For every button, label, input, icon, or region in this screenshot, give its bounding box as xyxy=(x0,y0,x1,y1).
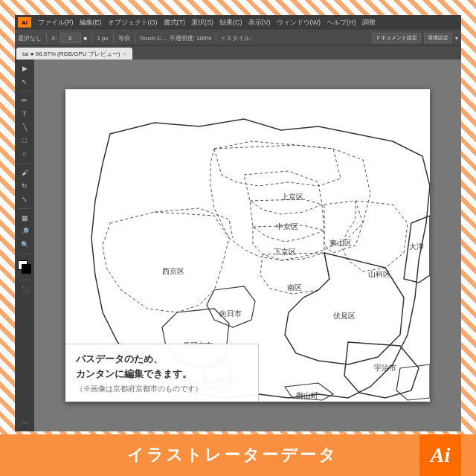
menu-view[interactable]: 表示(V) xyxy=(246,18,273,28)
background-color xyxy=(22,264,31,274)
gradient-tool[interactable]: ▦ xyxy=(18,212,31,224)
editor-area: ▶ ↖ ✏ T ╲ □ ○ 🖌 ↻ ⤡ ▦ 🔎 🔍 ⬛ ··· xyxy=(15,60,461,431)
svg-text:御山町: 御山町 xyxy=(296,391,318,399)
toolbar-divider-3 xyxy=(113,33,114,43)
toolbar-divider-5 xyxy=(216,33,216,43)
main-application-area: Ai ファイル(F) 編集(E) オブジェクト(O) 書式(T) 選択(S) 効… xyxy=(15,15,461,431)
menu-object[interactable]: オブジェクト(O) xyxy=(106,18,160,28)
direct-selection-tool[interactable]: ↖ xyxy=(18,76,31,88)
stroke-label: 1 px xyxy=(97,35,108,42)
tool-separator-5 xyxy=(19,280,30,280)
menu-window[interactable]: ウィンドウ(W) xyxy=(274,18,324,28)
document-tab[interactable]: tai ● 66.67% (RGB/GPU プレビュー) × xyxy=(16,48,132,60)
menu-help[interactable]: ヘルプ(H) xyxy=(324,18,358,28)
eyedropper-tool[interactable]: 🔎 xyxy=(18,225,31,237)
menu-extra[interactable]: 調整 xyxy=(360,18,378,28)
info-sub-text: （※画像は京都府京都市のものです） xyxy=(76,384,248,394)
svg-text:大津: 大津 xyxy=(409,242,424,251)
svg-text:下京区: 下京区 xyxy=(274,248,296,256)
info-main-text: パスデータのため、 カンタンに編集できます。 xyxy=(76,352,248,381)
svg-text:宇治市: 宇治市 xyxy=(374,364,396,372)
menu-effect[interactable]: 効果(C) xyxy=(217,18,245,28)
artboard: 上京区 中京区 下京区 東山区 山科区 西京区 南区 向日市 伏見区 長岡京市 … xyxy=(65,89,430,402)
svg-text:中京区: 中京区 xyxy=(276,222,298,231)
line-tool[interactable]: ╲ xyxy=(18,121,31,133)
brush-tool[interactable]: 🖌 xyxy=(18,167,31,178)
toolbar-divider-2 xyxy=(91,33,92,43)
svg-text:東山区: 東山区 xyxy=(329,239,352,247)
menu-bar: Ai ファイル(F) 編集(E) オブジェクト(O) 書式(T) 選択(S) 効… xyxy=(15,15,461,30)
tool-separator-3 xyxy=(19,208,30,209)
toolbar-divider-4 xyxy=(135,33,135,43)
scale-tool[interactable]: ⤡ xyxy=(18,193,31,205)
tab-filename: tai ● 66.67% (RGB/GPU プレビュー) xyxy=(22,50,120,58)
svg-text:伏見区: 伏見区 xyxy=(333,312,356,320)
svg-text:南区: 南区 xyxy=(287,283,302,292)
menu-select[interactable]: 選択(S) xyxy=(189,18,216,28)
menu-type[interactable]: 書式(T) xyxy=(161,18,188,28)
app-logo-small: Ai xyxy=(18,17,31,28)
info-box: パスデータのため、 カンタンに編集できます。 （※画像は京都府京都市のものです） xyxy=(65,344,259,402)
rotate-tool[interactable]: ↻ xyxy=(18,180,31,192)
menu-file[interactable]: ファイル(F) xyxy=(36,18,76,28)
pen-tool[interactable]: ✏ xyxy=(18,94,31,106)
rect-tool[interactable]: □ xyxy=(18,135,31,147)
style-label: > スタイル: xyxy=(221,34,251,42)
ai-logo-text: Ai xyxy=(431,443,450,467)
svg-text:上京区: 上京区 xyxy=(281,193,303,201)
selection-tool[interactable]: ▶ xyxy=(18,62,31,74)
selection-label: 選択なし xyxy=(18,34,42,42)
doc-settings-button[interactable]: ドキュメント設定 xyxy=(372,33,421,43)
x-label: X: xyxy=(51,35,57,42)
zoom-tool[interactable]: 🔍 xyxy=(18,239,31,251)
x-input[interactable] xyxy=(60,33,81,43)
toolbar-extra: ▾ xyxy=(455,35,458,42)
type-tool[interactable]: T xyxy=(18,108,31,120)
tab-bar: tai ● 66.67% (RGB/GPU プレビュー) × xyxy=(15,46,461,60)
tool-separator-4 xyxy=(19,254,30,254)
svg-text:向日市: 向日市 xyxy=(219,309,242,318)
opacity-label: 不透明度: 100% xyxy=(170,34,212,42)
tab-close-button[interactable]: × xyxy=(123,51,126,57)
env-settings-button[interactable]: 環境設定 xyxy=(424,33,452,43)
color-selector[interactable] xyxy=(18,260,31,274)
tool-separator-1 xyxy=(19,91,30,91)
tool-separator-2 xyxy=(19,163,30,164)
ellipse-tool[interactable]: ○ xyxy=(18,148,31,160)
svg-text:西京区: 西京区 xyxy=(162,267,184,275)
more-tools[interactable]: ··· xyxy=(18,416,31,428)
ai-logo-big: Ai xyxy=(419,434,461,476)
touch-label: Touch C... xyxy=(140,35,167,42)
bottom-banner: イラストレーターデータ Ai xyxy=(0,434,476,476)
tools-panel: ▶ ↖ ✏ T ╲ □ ○ 🖌 ↻ ⤡ ▦ 🔎 🔍 ⬛ ··· xyxy=(15,60,34,431)
shape-icon: ■ xyxy=(84,35,88,42)
screen-mode-tool[interactable]: ⬛ xyxy=(18,283,31,295)
toolbar-divider-1 xyxy=(46,33,47,43)
menu-edit[interactable]: 編集(E) xyxy=(77,18,104,28)
banner-title: イラストレーターデータ xyxy=(127,444,338,466)
canvas-area[interactable]: 上京区 中京区 下京区 東山区 山科区 西京区 南区 向日市 伏見区 長岡京市 … xyxy=(34,60,461,431)
toolbar: 選択なし X: ■ 1 px 等倍 Touch C... 不透明度: 100% … xyxy=(15,30,461,46)
mode-label: 等倍 xyxy=(118,34,130,42)
svg-text:山科区: 山科区 xyxy=(368,270,390,278)
